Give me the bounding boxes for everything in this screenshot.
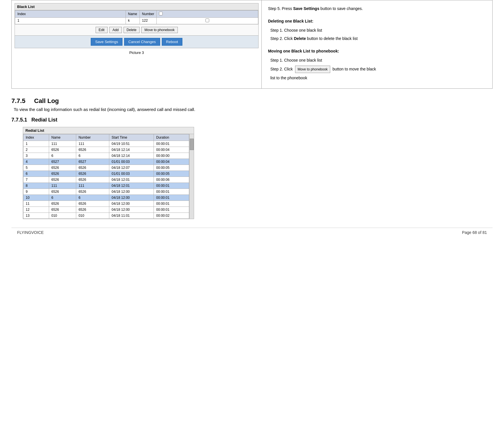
rd-cell-name: 6 [49, 195, 76, 201]
footer-page-info: Page 68 of 81 [462, 230, 487, 235]
rd-cell-duration: 00:00:02 [154, 213, 189, 218]
rd-cell-number: 6526 [76, 177, 109, 183]
rd-cell-index: 11 [23, 201, 49, 207]
rd-cell-index: 10 [23, 195, 49, 201]
rd-cell-number: 6526 [76, 171, 109, 177]
rd-cell-name: 6526 [49, 207, 76, 213]
rd-cell-name: 6526 [49, 189, 76, 195]
rd-cell-number: 6526 [76, 201, 109, 207]
move-step2-pre: Step 2. Click [270, 67, 294, 71]
step5-rest: button to save changes. [319, 6, 363, 11]
bl-col-number: Number [140, 11, 157, 18]
rd-cell-start: 04/18 12:00 [109, 207, 154, 213]
redial-wrap: Index Name Number Start Time Duration 1 … [23, 134, 194, 219]
rd-cell-start: 04/19 10:51 [109, 141, 154, 147]
instructions-cell: Step 5. Press Save Settings button to sa… [262, 0, 493, 89]
delete-step2: Step 2. Click Delete button to delete th… [270, 35, 486, 42]
rd-cell-index: 2 [23, 147, 49, 153]
bl-cell-check [157, 18, 258, 24]
rd-cell-number: 6527 [76, 159, 109, 165]
rd-cell-index: 12 [23, 207, 49, 213]
bl-row-checkbox[interactable] [205, 19, 209, 22]
blacklist-cell: Black List Index Name Number [12, 0, 262, 89]
add-button[interactable]: Add [109, 27, 122, 33]
section-7751-heading: 7.7.5.1 Redial List [11, 117, 493, 123]
section-7751-number: 7.7.5.1 [11, 117, 27, 123]
page-wrapper: Black List Index Name Number [0, 0, 504, 237]
rd-cell-index: 5 [23, 165, 49, 171]
scrollbar-thumb [190, 139, 194, 150]
rd-table-row: 13 010 010 04/18 11:01 00:00:02 [23, 213, 189, 218]
rd-cell-name: 6526 [49, 147, 76, 153]
rd-col-index: Index [23, 134, 49, 141]
rd-table-row: 2 6526 6526 04/18 12:14 00:00:04 [23, 147, 189, 153]
bl-col-name: Name [126, 11, 140, 18]
section-7751: 7.7.5.1 Redial List Redial List Index Na… [11, 117, 493, 219]
blacklist-table: Index Name Number 1 k 122 [15, 10, 258, 24]
bl-header-checkbox[interactable] [159, 12, 163, 15]
section-775-desc: To view the call log information such as… [14, 107, 493, 112]
rd-cell-duration: 00:00:05 [154, 171, 189, 177]
move-to-phonebook-button[interactable]: Move to phonebook [141, 27, 178, 33]
move-step2-rest: button to move the black [332, 67, 376, 71]
rd-cell-start: 04/18 12:14 [109, 153, 154, 159]
section-775-heading: 7.7.5 Call Log [11, 97, 493, 105]
section-775-number: 7.7.5 [11, 97, 25, 104]
delete-step2-rest: button to delete the black list [306, 36, 358, 41]
rd-cell-start: 04/18 12:01 [109, 183, 154, 189]
rd-table-row: 5 6526 6526 04/18 12:07 00:00:05 [23, 165, 189, 171]
section-775-title: Call Log [34, 97, 59, 104]
rd-cell-number: 010 [76, 213, 109, 218]
rd-cell-name: 6 [49, 153, 76, 159]
rd-cell-index: 3 [23, 153, 49, 159]
delete-button[interactable]: Delete [124, 27, 140, 33]
rd-cell-number: 111 [76, 141, 109, 147]
rd-cell-index: 9 [23, 189, 49, 195]
rd-cell-start: 01/01 00:03 [109, 171, 154, 177]
reboot-button[interactable]: Reboot [162, 38, 182, 46]
blacklist-table-wrap: Index Name Number 1 k 122 [15, 10, 258, 24]
rd-cell-duration: 00:00:01 [154, 141, 189, 147]
rd-cell-name: 6526 [49, 177, 76, 183]
rd-table-row: 10 6 6 04/18 12:00 00:00:01 [23, 195, 189, 201]
rd-cell-number: 6526 [76, 147, 109, 153]
move-title: Moving one Black List to phonebook: [268, 48, 486, 55]
blacklist-panel: Black List Index Name Number [15, 3, 259, 48]
top-section-table: Black List Index Name Number [11, 0, 493, 89]
rd-col-duration: Duration [154, 134, 189, 141]
instructions-panel: Step 5. Press Save Settings button to sa… [265, 3, 489, 86]
rd-cell-start: 04/18 12:01 [109, 177, 154, 183]
rd-cell-duration: 00:00:01 [154, 207, 189, 213]
step5-pre: Step 5. Press [268, 6, 293, 11]
edit-button[interactable]: Edit [96, 27, 108, 33]
picture-caption: Picture 3 [15, 48, 259, 57]
rd-cell-index: 13 [23, 213, 49, 218]
redial-scroll: Index Name Number Start Time Duration 1 … [23, 134, 189, 219]
rd-cell-start: 04/18 12:14 [109, 147, 154, 153]
move-step1: Step 1. Choose one black list [270, 57, 486, 64]
rd-table-row: 6 6526 6526 01/01 00:03 00:00:05 [23, 171, 189, 177]
rd-table-row: 9 6526 6526 04/18 12:00 00:00:01 [23, 189, 189, 195]
rd-cell-name: 6526 [49, 201, 76, 207]
rd-cell-number: 111 [76, 183, 109, 189]
rd-cell-number: 6 [76, 153, 109, 159]
rd-cell-index: 8 [23, 183, 49, 189]
rd-table-row: 7 6526 6526 04/18 12:01 00:00:06 [23, 177, 189, 183]
scrollbar[interactable] [189, 134, 194, 219]
rd-col-start: Start Time [109, 134, 154, 141]
save-settings-button[interactable]: Save Settings [91, 38, 122, 46]
redial-title: Redial List [23, 127, 194, 134]
bl-action-buttons: Edit Add Delete Move to phonebook [15, 24, 258, 35]
delete-bold: Delete [294, 36, 306, 41]
rd-table-row: 1 111 111 04/19 10:51 00:00:01 [23, 141, 189, 147]
rd-cell-name: 111 [49, 183, 76, 189]
step5-text: Step 5. Press Save Settings button to sa… [268, 5, 486, 12]
rd-cell-duration: 00:00:01 [154, 201, 189, 207]
delete-step2-pre: Step 2. Click [270, 36, 294, 41]
cancel-changes-button[interactable]: Cancel Changes [124, 38, 160, 46]
redial-panel: Redial List Index Name Number Start Time… [23, 127, 194, 219]
bl-col-check [157, 11, 258, 18]
rd-cell-duration: 00:00:01 [154, 195, 189, 201]
rd-table-row: 12 6526 6526 04/18 12:00 00:00:01 [23, 207, 189, 213]
rd-cell-duration: 00:00:06 [154, 177, 189, 183]
